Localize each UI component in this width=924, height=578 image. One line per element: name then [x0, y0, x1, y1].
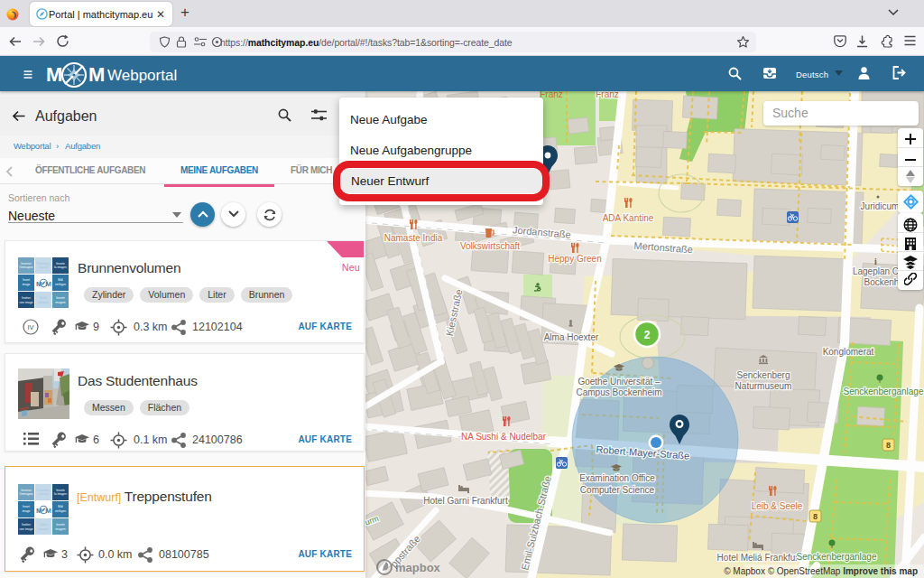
- svg-text:Computer Science: Computer Science: [580, 485, 655, 495]
- svg-text:Franz: Franz: [596, 91, 619, 99]
- svg-text:Naturmuseum: Naturmuseum: [735, 381, 792, 391]
- svg-text:Senckenberganlage: Senckenberganlage: [844, 387, 924, 396]
- svg-text:Senckenberg: Senckenberg: [737, 370, 790, 380]
- svg-text:mapbox: mapbox: [395, 561, 441, 574]
- svg-text:i: i: [874, 256, 877, 266]
- svg-text:l'immagine: l'immagine: [19, 266, 32, 269]
- svg-text:Hotel Meliá Frankfurt: Hotel Meliá Frankfurt: [717, 553, 801, 563]
- svg-text:ADA Kantine: ADA Kantine: [603, 213, 654, 223]
- svg-text:M: M: [45, 507, 51, 515]
- svg-text:Vložte: Vložte: [40, 296, 48, 300]
- svg-text:Franz: Franz: [540, 91, 563, 99]
- svg-text:Insertir: Insertir: [56, 523, 66, 527]
- svg-text:εικόνας: εικόνας: [39, 266, 49, 269]
- svg-text:8: 8: [813, 512, 818, 521]
- svg-text:Leib & Seele: Leib & Seele: [752, 501, 803, 511]
- svg-text:une image: une image: [20, 527, 33, 531]
- svg-text:image: image: [23, 509, 31, 513]
- svg-text:Konglomerat: Konglomerat: [823, 347, 874, 357]
- svg-text:Bild: Bild: [58, 505, 63, 508]
- svg-text:Goethe Universität –: Goethe Universität –: [578, 377, 661, 387]
- svg-text:Campus Bockenheim: Campus Bockenheim: [576, 387, 661, 397]
- svg-text:l'immagine: l'immagine: [19, 492, 32, 496]
- svg-text:obrázek: obrázek: [38, 301, 49, 304]
- svg-text:© Mapbox © OpenStreetMap Impro: © Mapbox © OpenStreetMap Improve this ma…: [724, 566, 918, 576]
- svg-text:obrázek: obrázek: [38, 527, 49, 531]
- svg-text:Hotel Garni Frankfurt: Hotel Garni Frankfurt: [423, 496, 508, 506]
- svg-text:2: 2: [644, 329, 651, 341]
- svg-text:Insérer: Insérer: [22, 523, 32, 527]
- svg-text:IV: IV: [27, 323, 33, 331]
- svg-text:Heppy Green: Heppy Green: [548, 254, 601, 264]
- svg-text:la imagen: la imagen: [54, 266, 67, 269]
- svg-text:Namaste India: Namaste India: [384, 233, 443, 243]
- svg-text:M: M: [45, 280, 51, 288]
- svg-text:Bild: Bild: [58, 278, 63, 282]
- svg-text:einfügen: einfügen: [55, 509, 66, 513]
- svg-text:Insert: Insert: [23, 278, 30, 282]
- svg-text:imagem: imagem: [55, 527, 66, 531]
- svg-text:Examination Office: Examination Office: [579, 473, 655, 483]
- svg-text:Insert: Insert: [23, 505, 30, 508]
- svg-text:la imagen: la imagen: [54, 492, 67, 496]
- svg-text:NA Sushi & Nudelbar: NA Sushi & Nudelbar: [461, 432, 547, 442]
- svg-text:Alma Hoexter: Alma Hoexter: [544, 332, 599, 342]
- svg-text:Insertir: Insertir: [56, 296, 66, 300]
- svg-text:M: M: [88, 63, 105, 86]
- svg-text:einfügen: einfügen: [55, 283, 66, 286]
- svg-text:8: 8: [886, 441, 891, 450]
- svg-text:Insérer: Insérer: [22, 296, 32, 300]
- svg-text:Volkswirtschaft: Volkswirtschaft: [460, 241, 520, 251]
- svg-text:imagem: imagem: [55, 301, 66, 304]
- svg-text:Vložte: Vložte: [40, 523, 48, 527]
- svg-text:M: M: [46, 63, 62, 86]
- svg-text:une image: une image: [20, 301, 33, 304]
- svg-text:Juridicum: Juridicum: [861, 201, 900, 211]
- svg-text:εικόνας: εικόνας: [39, 492, 49, 496]
- svg-text:Senckenberganlage: Senckenberganlage: [797, 552, 877, 562]
- svg-text:image: image: [23, 283, 31, 286]
- svg-text:Webportal: Webportal: [107, 67, 177, 84]
